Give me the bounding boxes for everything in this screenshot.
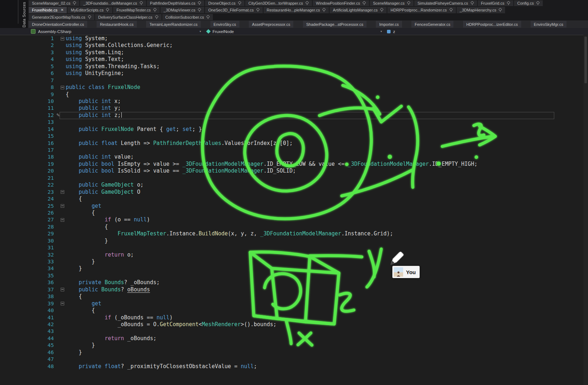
line-number[interactable]: 23 [0,189,54,196]
code-line-3[interactable]: 3using System.Linq; [0,49,588,56]
code-text[interactable]: using System.Linq; [66,49,124,56]
line-number[interactable]: 9 [0,91,54,98]
line-number[interactable]: 32 [0,252,54,258]
line-number[interactable]: 1 [0,35,54,42]
line-number[interactable]: 27 [0,216,54,223]
line-number[interactable]: 30 [0,238,54,244]
code-line-33[interactable]: 33 } [0,258,588,265]
tab-myeditorscripts-cs[interactable]: MyEditorScripts.cs [67,7,112,13]
code-text[interactable]: public int y; [66,105,121,112]
tab--3dmaphierarchy-cs[interactable]: _3DMapHierarchy.cs [457,7,505,13]
code-line-42[interactable]: 42 _oBounds = O.GetComponent<MeshRendere… [0,321,588,328]
code-text[interactable]: using System; [66,35,108,42]
code-line-18[interactable]: 18 public int value; [0,154,588,160]
tab-droneobject-cs[interactable]: DroneObject.cs [205,0,244,6]
code-text[interactable]: public int x; [66,98,121,105]
code-line-26[interactable]: 26 { [0,210,588,216]
line-number[interactable]: 16 [0,140,54,147]
tab-fencesgenerator-cs[interactable]: FencesGenerator.cs [411,21,453,28]
line-number[interactable]: 6 [0,70,54,77]
code-line-21[interactable]: 21 [0,175,588,182]
line-number[interactable]: 36 [0,279,54,286]
code-text[interactable]: using System.Collections.Generic; [66,42,173,49]
pin-icon[interactable] [73,1,76,5]
code-line-17[interactable]: 17 [0,147,588,154]
project-dropdown[interactable]: Assembly-CSharp ▾ [29,28,204,35]
code-line-4[interactable]: 4using System.Text; [0,56,588,63]
line-number[interactable]: 47 [0,356,54,363]
line-number[interactable]: 12✎ [0,112,54,119]
code-text[interactable]: { [66,196,82,202]
line-number[interactable]: 19 [0,161,54,168]
code-line-27[interactable]: 27 if (o == null) [0,216,588,223]
pin-icon[interactable] [140,1,143,5]
code-text[interactable]: public FruxelNode Parent { get; set; } [66,126,202,133]
code-text[interactable]: { [66,307,95,314]
fold-marker-icon[interactable] [61,218,64,222]
pin-icon[interactable] [407,1,410,5]
line-number[interactable]: 39 [0,300,54,307]
code-line-13[interactable]: 13 [0,119,588,126]
code-line-25[interactable]: 25 get [0,203,588,210]
fold-marker-icon[interactable] [61,86,64,89]
code-line-19[interactable]: 19 public bool IsEmpty => value >= _3DFo… [0,161,588,168]
code-line-30[interactable]: 30 } [0,238,588,244]
tab-shaderpackage-stprocessor-cs[interactable]: ShaderPackage...stProcessor.cs [303,21,367,28]
line-number[interactable]: 11 [0,105,54,112]
line-number[interactable]: 17 [0,147,54,154]
code-text[interactable]: using System.Threading.Tasks; [66,63,160,70]
code-line-44[interactable]: 44 return _oBounds; [0,335,588,342]
pin-icon[interactable] [471,1,474,5]
line-number[interactable]: 22 [0,182,54,188]
code-text[interactable]: get [66,203,101,210]
code-line-20[interactable]: 20 public bool IsSolid => value == _3DFo… [0,168,588,174]
vertical-scrollbar[interactable] [583,35,588,385]
tab-restaurantho-plemanager-cs[interactable]: RestaurantHo...pleManager.cs [263,7,329,13]
tab-terrainlayerrandomizer-cs[interactable]: TerrainLayerRandomizer.cs [146,21,201,28]
code-line-6[interactable]: 6using UnityEngine; [0,70,588,77]
line-number[interactable]: 26 [0,210,54,216]
code-line-7[interactable]: 7 [0,77,588,84]
code-line-38[interactable]: 38 { [0,293,588,300]
code-text[interactable]: } [66,349,82,356]
tab-droneorientationcontroller-cs[interactable]: DroneOrientationController.cs [29,21,87,28]
line-number[interactable]: 43 [0,328,54,335]
tab-collisionsubscriber-cs[interactable]: CollisionSubscriber.cs [162,14,213,20]
pin-icon[interactable] [305,1,309,5]
data-sources-rail[interactable]: Data Sources [0,0,28,28]
line-number[interactable]: 29 [0,230,54,237]
line-number[interactable]: 2 [0,42,54,49]
line-number[interactable]: 5 [0,63,54,70]
code-text[interactable]: public GameObject O [66,189,140,196]
pin-icon[interactable] [380,8,383,12]
code-text[interactable]: using System.Text; [66,56,124,63]
tab-pathfinderdepthvalues-cs[interactable]: PathfinderDepthValues.cs [147,0,204,6]
code-text[interactable]: public GameObject o; [66,182,144,188]
tab-simulatedfisheyecamera-cs[interactable]: SimulatedFisheyeCamera.cs [414,0,477,6]
line-number[interactable]: 14 [0,126,54,133]
tab-assetpreprocessor-cs[interactable]: AssetPreprocessor.cs [249,21,293,28]
code-text[interactable]: { [66,224,108,230]
line-number[interactable]: 37 [0,286,54,293]
tab-scenemanager-cs[interactable]: SceneManager.cs [370,0,414,6]
code-line-40[interactable]: 40 { [0,307,588,314]
code-text[interactable]: FruxelMapTester.Instance.BuildNode(x, y,… [66,230,393,237]
code-text[interactable]: } [66,342,95,349]
code-text[interactable]: return _oBounds; [66,335,157,342]
data-sources-label[interactable]: Data Sources [22,2,26,27]
code-text[interactable]: _oBounds = O.GetComponent<MeshRenderer>(… [66,321,276,328]
fold-marker-icon[interactable] [61,288,64,291]
code-line-11[interactable]: 11 public int y; [0,105,588,112]
pin-icon[interactable] [536,1,540,5]
code-text[interactable]: } [66,265,82,272]
code-line-31[interactable]: 31 [0,244,588,251]
pin-icon[interactable] [88,15,91,19]
code-line-22[interactable]: 22 public GameObject o; [0,182,588,188]
line-number[interactable]: 38 [0,293,54,300]
code-text[interactable]: if (_oBounds == null) [66,314,173,321]
line-number[interactable]: 40 [0,307,54,314]
pin-icon[interactable] [322,8,326,12]
code-text[interactable]: { [66,91,69,98]
code-text[interactable]: public int z; [66,112,122,119]
line-number[interactable]: 20 [0,168,54,174]
